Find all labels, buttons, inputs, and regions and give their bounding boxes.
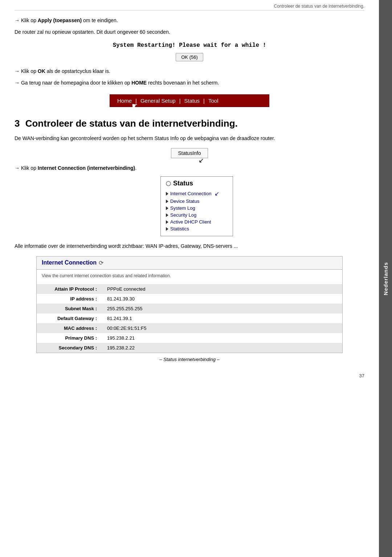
info-text: Alle informatie over de internetverbindi…: [15, 242, 364, 250]
system-restarting-text: System Restarting! Please wait for a whi…: [15, 42, 364, 49]
table-row: Secondary DNS :195.238.2.22: [37, 343, 342, 353]
internet-connection-box: Internet Connection ⟳ View the current i…: [36, 256, 343, 353]
triangle-icon: [166, 206, 168, 210]
menu-item-label: System Log: [170, 205, 195, 211]
status-menu-title: Status: [166, 180, 225, 187]
navbar-mock: Home | General Setup | Status | Tool ☛: [110, 94, 269, 107]
menu-item-label: Internet Connection: [170, 191, 211, 196]
home-instruction: Ga terug naar de homepagina door te klik…: [15, 79, 364, 87]
status-menu: Status Internet Connection ↙ Device Stat…: [160, 176, 233, 236]
menu-item-label: Statistics: [170, 226, 189, 232]
menu-item-internet-connection[interactable]: Internet Connection ↙: [166, 189, 225, 198]
ok-instruction: Klik op OK als de opstartcyclus klaar is…: [15, 67, 364, 75]
nav-home: Home: [117, 98, 132, 104]
side-tab-label: Nederlands: [383, 262, 389, 295]
side-tab: Nederlands: [379, 0, 392, 557]
ic-description: View the current internet connection sta…: [37, 270, 342, 280]
page-number: 37: [15, 373, 364, 378]
nav-separator3: |: [203, 98, 205, 104]
table-cell-label: MAC address :: [37, 323, 102, 333]
triangle-icon: [166, 227, 168, 231]
table-cell-label: Default Gateway :: [37, 314, 102, 323]
table-row: Default Gateway :81.241.39.1: [37, 314, 342, 323]
menu-item-statistics[interactable]: Statistics: [166, 225, 225, 232]
table-cell-label: Primary DNS :: [37, 333, 102, 343]
table-cell-label: Attain IP Protocol :: [37, 284, 102, 294]
menu-item-active-dhcp[interactable]: Active DHCP Client: [166, 218, 225, 225]
triangle-icon: [166, 220, 168, 224]
table-cell-label: IP address :: [37, 294, 102, 304]
menu-item-label: Device Status: [170, 198, 199, 204]
restart-description: De router zal nu opnieuw opstarten. Dit …: [15, 28, 364, 36]
menu-item-system-log[interactable]: System Log: [166, 205, 225, 212]
status-title-text: Status: [173, 180, 193, 187]
cursor-hand-icon: ☛: [132, 102, 138, 110]
section3-title: Controleer de status van de internetverb…: [25, 118, 238, 129]
table-cell-label: Subnet Mask :: [37, 304, 102, 314]
section3-body: De WAN-verbinding kan gecontroleerd word…: [15, 134, 364, 142]
table-row: Primary DNS :195.238.2.21: [37, 333, 342, 343]
nav-status: Status: [184, 98, 200, 104]
table-cell-value: 81.241.39.30: [102, 294, 342, 304]
triangle-icon: [166, 192, 168, 196]
internet-connection-instruction: Klik op Internet Connection (internetver…: [15, 164, 364, 172]
table-cell-label: Secondary DNS :: [37, 343, 102, 353]
menu-item-label: Security Log: [170, 212, 196, 218]
section3-heading: 3 Controleer de status van de internetve…: [15, 118, 364, 129]
triangle-icon: [166, 213, 168, 217]
table-row: MAC address :00:0E:2E:91:51:F5: [37, 323, 342, 333]
nav-general-setup: General Setup: [140, 98, 176, 104]
cursor-hand2-icon: ↙: [199, 156, 204, 164]
table-cell-value: 81.241.39.1: [102, 314, 342, 323]
ok-button[interactable]: OK (56): [176, 53, 203, 61]
table-cell-value: 00:0E:2E:91:51:F5: [102, 323, 342, 333]
caption-text: – Status internetverbinding –: [15, 357, 364, 362]
apply-instruction: Klik op Apply (toepassen) om te eindigen…: [15, 16, 364, 24]
table-row: IP address :81.241.39.30: [37, 294, 342, 304]
menu-item-label: Active DHCP Client: [170, 219, 211, 225]
table-cell-value: 195.238.2.21: [102, 333, 342, 343]
breadcrumb-text: Controleer de status van de internetverb…: [274, 4, 365, 9]
ic-header: Internet Connection ⟳: [37, 257, 342, 270]
table-row: Subnet Mask :255.255.255.255: [37, 304, 342, 314]
cursor-hand3-icon: ↙: [215, 190, 219, 197]
menu-item-device-status[interactable]: Device Status: [166, 198, 225, 205]
status-info-button[interactable]: StatusInfo ↙: [171, 148, 208, 158]
ic-header-title: Internet Connection: [42, 259, 97, 266]
status-info-label: StatusInfo: [178, 150, 201, 156]
triangle-icon: [166, 200, 168, 203]
table-cell-value: PPPoE connected: [102, 284, 342, 294]
section-number: 3: [15, 118, 20, 129]
nav-separator2: |: [179, 98, 181, 104]
table-cell-value: 255.255.255.255: [102, 304, 342, 314]
ic-table: Attain IP Protocol :PPPoE connectedIP ad…: [37, 284, 342, 353]
nav-tool: Tool: [208, 98, 219, 104]
table-cell-value: 195.238.2.22: [102, 343, 342, 353]
breadcrumb: Controleer de status van de internetverb…: [15, 4, 364, 11]
table-row: Attain IP Protocol :PPPoE connected: [37, 284, 342, 294]
menu-item-security-log[interactable]: Security Log: [166, 212, 225, 218]
navbar-image: Home | General Setup | Status | Tool ☛: [15, 94, 364, 107]
refresh-icon: ⟳: [99, 259, 103, 266]
status-circle-icon: [166, 181, 171, 186]
